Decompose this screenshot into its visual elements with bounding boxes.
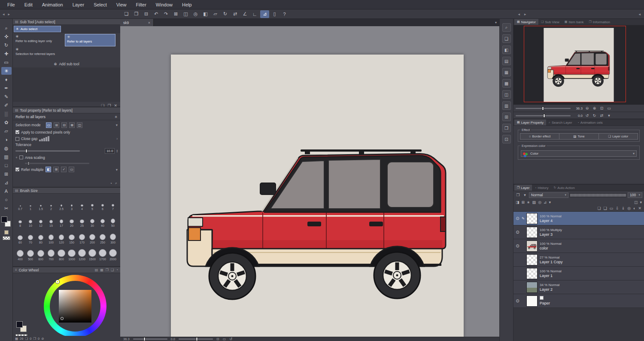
palette-options-icon[interactable]: ▾ <box>640 200 642 204</box>
material-pattern-icon[interactable]: ▦ <box>502 68 511 76</box>
fill-icon[interactable]: ◧ <box>201 10 210 18</box>
brush-size-cell[interactable]: 7 <box>108 195 118 212</box>
tab-navigator[interactable]: ▤Navigator <box>514 19 538 25</box>
chevron-down-icon[interactable]: ▾ <box>116 123 118 127</box>
history-icon[interactable]: ◔ <box>110 181 112 186</box>
layer-color-button[interactable]: ❏Layer color <box>598 133 638 140</box>
brush-size-cell[interactable]: 500 <box>25 245 36 262</box>
panel-collapse-left[interactable]: ◂ ▸ <box>0 12 122 16</box>
brush-size-cell[interactable]: 20 <box>67 212 77 228</box>
pen-tool[interactable]: ✒ <box>1 84 12 92</box>
fill-tool[interactable]: ◍ <box>1 144 12 152</box>
refer-multiple-checkbox[interactable] <box>15 167 19 171</box>
tab-layer-property[interactable]: ▤Layer Property <box>514 119 546 125</box>
color-mixing-tab-icon[interactable]: ❐ <box>106 268 109 272</box>
collapse-right-icon[interactable]: ▸ <box>524 12 526 16</box>
area-scaling-checkbox[interactable] <box>19 155 23 159</box>
brush-size-cell[interactable]: 12 <box>36 212 46 228</box>
refer-folder-icon[interactable]: ▭ <box>69 167 74 172</box>
help-icon[interactable]: ? <box>280 10 289 18</box>
brush-size-cell[interactable]: 1200 <box>77 245 87 262</box>
tab-auto-action[interactable]: ↻Auto Action <box>551 185 577 191</box>
menu-item[interactable]: View <box>112 2 131 7</box>
search-materials-icon[interactable]: ⌕ <box>502 23 511 32</box>
menu-item[interactable]: File <box>3 2 20 7</box>
new-raster-layer-icon[interactable]: ❏ <box>597 206 601 210</box>
gradient-tool[interactable]: ▥ <box>1 153 12 161</box>
layer-thumbnail[interactable] <box>526 227 538 238</box>
rotate-right-icon[interactable]: ↻ <box>592 113 597 118</box>
brush-size-cell[interactable]: 0.7 <box>15 195 25 212</box>
tolerance-spinner[interactable]: ▴▾ <box>116 149 118 152</box>
ruler-layer-icon[interactable]: ⊿ <box>544 200 547 204</box>
layer-row[interactable]: ⊙ ✎ 100 % Multiply Layer 3 <box>513 225 644 239</box>
brush-size-cell[interactable]: 170 <box>77 228 87 245</box>
clear-icon[interactable]: ▱ <box>211 10 220 18</box>
brush-size-cell[interactable]: 17 <box>56 212 67 228</box>
layer-row[interactable]: ⊙ ✎ 100 % Normal color <box>513 239 644 253</box>
opacity-value-box[interactable]: 100 ▾ <box>628 192 642 198</box>
palette-combine-icon[interactable]: ❐ <box>515 193 521 197</box>
panel-menu-icon[interactable]: ≡ <box>15 268 17 272</box>
menu-item[interactable]: Animation <box>37 2 68 7</box>
brush-size-cell[interactable]: 15 <box>46 212 56 228</box>
brush-size-cell[interactable]: 120 <box>56 228 67 245</box>
chevron-right-icon[interactable]: › <box>116 137 118 141</box>
duplicate-subtool-icon[interactable]: ❐ <box>107 104 111 108</box>
tone-button[interactable]: ▨Tone <box>559 133 598 140</box>
expand-icon[interactable]: + <box>15 155 18 160</box>
pan-tool[interactable]: ✜ <box>1 33 12 40</box>
subtool-detail-icon[interactable]: ⌕ <box>115 181 117 186</box>
chevron-down-icon[interactable]: ▾ <box>116 167 118 172</box>
frame-border-tool[interactable]: ⊞ <box>1 170 12 178</box>
saturation-value-square[interactable] <box>59 290 91 323</box>
merge-to-lower-icon[interactable]: ⇓ <box>622 206 625 210</box>
panel-menu-icon[interactable]: ▤ <box>15 108 18 112</box>
companion-device-icon[interactable]: ▯ <box>270 10 279 18</box>
ruler-tool[interactable]: ⊿ <box>1 179 12 186</box>
collapse-left-icon[interactable]: ◂ <box>3 12 5 16</box>
selection-mode-multiply-icon[interactable]: ⊠ <box>69 122 75 128</box>
reset-rotation-icon[interactable]: ▾ <box>606 113 612 118</box>
material-download-icon[interactable]: ❐ <box>502 124 511 132</box>
two-pane-icon[interactable]: ◫ <box>634 200 638 204</box>
brush-size-cell[interactable]: 10 <box>25 212 36 228</box>
layer-row[interactable]: ⊙ ✎ 100 % Normal Layer 4 <box>513 212 644 225</box>
layer-row[interactable]: ⊙ ✎ 34 % Normal Layer 2 <box>513 280 644 294</box>
layer-thumbnail[interactable] <box>526 282 538 293</box>
decoration-tool[interactable]: ✿ <box>1 119 12 126</box>
visibility-eye-icon[interactable]: ⊙ <box>514 298 521 303</box>
refer-all-layers-icon[interactable]: ◧ <box>46 167 51 172</box>
quick-mask-icon[interactable]: ◎ <box>191 10 200 18</box>
tab-search-layer[interactable]: ⌕Search Layer <box>546 119 575 125</box>
collapse-right-icon[interactable]: ▸ <box>8 12 10 16</box>
zoom-in-icon[interactable]: ⊕ <box>592 106 597 110</box>
tolerance-slider[interactable] <box>15 150 80 152</box>
delete-subtool-icon[interactable]: ✕ <box>114 104 117 108</box>
snap-to-ruler-icon[interactable]: ∠ <box>240 10 249 18</box>
material-manga-icon[interactable]: ▩ <box>502 79 511 88</box>
subtool-panel-header[interactable]: ▤ Sub Tool [Auto select] <box>13 19 120 25</box>
balloon-tool[interactable]: ○ <box>1 196 12 204</box>
menu-item[interactable]: Select <box>89 2 112 7</box>
deselect-icon[interactable]: ⊠ <box>171 10 180 18</box>
airbrush-tool[interactable]: ░ <box>1 110 12 118</box>
rotation-slider[interactable] <box>179 338 213 340</box>
material-image-icon[interactable]: ◫ <box>502 90 511 99</box>
brush-size-cell[interactable]: 400 <box>15 245 25 262</box>
pin-icon[interactable]: ∗ <box>114 115 118 119</box>
collapse-left-icon[interactable]: ◂ <box>638 12 641 16</box>
material-color-icon[interactable]: ◧ <box>502 46 511 54</box>
rotate-canvas-tool[interactable]: ↻ <box>1 41 12 49</box>
border-effect-button[interactable]: ○Border effect <box>520 133 559 140</box>
brush-size-cell[interactable]: 2.5 <box>56 195 67 212</box>
eraser-tool[interactable]: ▱ <box>1 127 12 135</box>
color-history-tab-icon[interactable]: ◔ <box>116 268 118 272</box>
blend-mode-select[interactable]: Normal ▾ <box>529 192 568 198</box>
subtool-item[interactable]: ✳ Refer to all layers <box>65 34 115 46</box>
apply-connected-checkbox[interactable] <box>15 130 19 134</box>
layer-name[interactable]: Layer 2 <box>540 287 559 292</box>
eyedropper-tool[interactable]: ♦ <box>1 76 12 83</box>
line-correction-tool[interactable]: ✂ <box>1 204 12 212</box>
snap-to-special-ruler-icon[interactable]: ∟ <box>250 10 259 18</box>
